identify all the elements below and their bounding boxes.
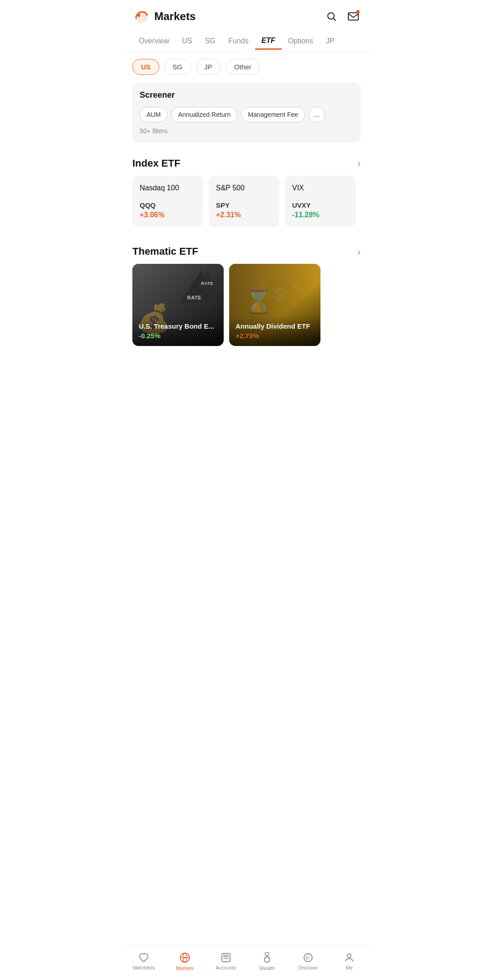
thematic-etf-cards: 💰 RATE RATE U.S. Treasury Bond E... [132,264,361,346]
tab-overview[interactable]: Overview [132,33,176,50]
discover-icon [303,952,314,963]
nav-wealth-label: Wealth [259,965,275,971]
svg-rect-4 [348,13,358,20]
dividend-card-overlay: Annually Dividend ETF +2.73% [229,316,320,346]
sub-tab-jp[interactable]: JP [196,59,221,75]
index-card-ticker: UVXY [292,201,348,209]
thematic-etf-title: Thematic ETF [132,246,198,257]
accounts-icon [220,952,231,963]
notification-dot [356,10,360,14]
index-card-spy[interactable]: S&P 500 SPY +2.31% [209,176,279,227]
tab-funds[interactable]: Funds [222,33,255,50]
nav-watchlists-label: Watchlists [132,965,155,970]
svg-point-27 [264,957,270,962]
filter-aum[interactable]: AUM [140,107,168,122]
thematic-card-dividend[interactable]: ⌛ $ € £ Annually Dividend ETF +2.73% [229,264,320,346]
sub-tab-other[interactable]: Other [226,59,260,75]
svg-point-33 [347,954,351,958]
sub-tab-sg[interactable]: SG [164,59,191,75]
svg-line-3 [334,19,336,21]
nav-markets-label: Markets [176,965,194,971]
nav-accounts-label: Accounts [215,965,236,970]
index-card-change: -11.28% [292,211,348,219]
treasury-card-change: -0.25% [139,332,217,340]
search-icon [326,11,337,22]
svg-rect-25 [265,953,269,955]
screener-count: 50+ filters [140,127,353,135]
screener-card: Screener AUM Annualized Return Managemen… [132,82,361,143]
bottom-nav: Watchlists Markets Accounts Wealth [123,946,370,980]
tab-sg[interactable]: SG [199,33,222,50]
heart-icon [138,952,149,963]
tab-us[interactable]: US [176,33,199,50]
mail-button[interactable] [346,9,361,24]
filter-management-fee[interactable]: Management Fee [241,107,305,122]
index-etf-arrow[interactable]: › [357,158,361,169]
dividend-card-change: +2.73% [236,332,314,340]
nav-me[interactable]: Me [329,952,370,970]
thematic-etf-arrow[interactable]: › [357,246,361,257]
moomoo-logo [132,7,151,26]
rate-label: RATE [201,281,213,286]
page-title: Markets [154,10,196,23]
treasury-card-label: U.S. Treasury Bond E... [139,322,217,330]
screener-title: Screener [140,90,353,100]
svg-rect-22 [222,954,230,962]
header-left: Markets [132,7,196,26]
index-etf-header: Index ETF › [132,157,361,169]
index-card-change: +2.31% [216,211,272,219]
wealth-icon [262,952,273,964]
tab-jp[interactable]: JP [320,33,341,50]
index-card-name: S&P 500 [216,184,272,192]
svg-point-21 [184,957,186,959]
nav-discover-label: Discover [299,965,318,970]
index-card-name: Nasdaq 100 [140,184,196,192]
svg-point-29 [268,958,269,959]
screener-filters: AUM Annualized Return Management Fee ... [140,106,353,123]
index-etf-section: Index ETF › Nasdaq 100 QQQ +3.06% S&P 50… [123,154,370,235]
index-etf-cards: Nasdaq 100 QQQ +3.06% S&P 500 SPY +2.31%… [132,176,361,227]
thematic-card-treasury[interactable]: 💰 RATE RATE U.S. Treasury Bond E... [132,264,224,346]
index-etf-title: Index ETF [132,157,180,169]
nav-accounts[interactable]: Accounts [205,952,246,970]
treasury-card-overlay: U.S. Treasury Bond E... -0.25% [132,316,224,346]
rate-badge: RATE [197,270,217,288]
index-card-name: VIX [292,184,348,192]
index-card-uvxy[interactable]: VIX UVXY -11.28% [285,176,356,227]
sub-tabs: US SG JP Other [123,52,370,82]
thematic-etf-section: Thematic ETF › 💰 [123,242,370,353]
header: Markets [123,0,370,31]
markets-icon [179,952,191,964]
sub-tab-us[interactable]: US [132,59,159,75]
svg-rect-23 [224,955,228,957]
svg-text:RATE: RATE [187,295,201,300]
nav-discover[interactable]: Discover [288,952,329,970]
filter-more-button[interactable]: ... [309,106,325,123]
thematic-etf-header: Thematic ETF › [132,246,361,257]
svg-point-28 [265,958,266,959]
nav-wealth[interactable]: Wealth [246,952,288,971]
index-card-ticker: SPY [216,201,272,209]
nav-me-label: Me [346,965,352,970]
index-card-qqq[interactable]: Nasdaq 100 QQQ +3.06% [132,176,203,227]
me-icon [344,952,355,963]
tab-options[interactable]: Options [282,33,320,50]
search-button[interactable] [324,9,339,24]
header-icons [324,9,361,24]
nav-markets[interactable]: Markets [164,952,205,971]
index-card-ticker: QQQ [140,201,196,209]
dividend-card-label: Annually Dividend ETF [236,322,314,330]
nav-watchlists[interactable]: Watchlists [123,952,164,970]
index-card-change: +3.06% [140,211,196,219]
tab-etf[interactable]: ETF [255,33,282,50]
filter-annualized-return[interactable]: Annualized Return [171,107,237,122]
nav-tabs: Overview US SG Funds ETF Options JP [123,31,370,52]
